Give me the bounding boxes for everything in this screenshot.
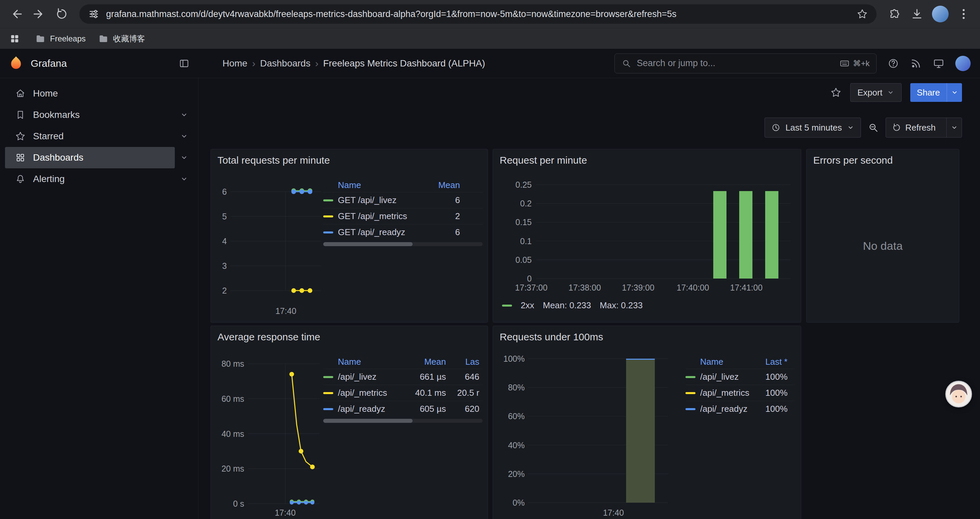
favorite-dashboard-button[interactable] (830, 87, 842, 98)
export-button[interactable]: Export (850, 83, 901, 102)
legend-row[interactable]: GET /api/_readyz 6 (323, 224, 483, 240)
legend-scrollbar[interactable] (323, 419, 483, 423)
forward-icon (32, 7, 46, 21)
legend-row[interactable]: /api/_livez 100% (686, 369, 795, 385)
chevron-down-icon (886, 88, 895, 96)
series-color-dash (323, 232, 333, 233)
url-text[interactable]: grafana.mathmast.com/d/deytv4rwavabkb/fr… (106, 9, 850, 19)
share-button[interactable]: Share (910, 83, 962, 102)
apps-grid-button[interactable] (7, 31, 23, 47)
legend-row[interactable]: /api/_livez 661 µs 646 (323, 369, 483, 385)
chart-area[interactable] (248, 364, 320, 504)
legend-header-name[interactable]: Name (338, 357, 405, 367)
legend-scrollbar[interactable] (323, 242, 483, 246)
scrollbar-thumb[interactable] (323, 242, 413, 246)
grafana-logo[interactable] (9, 56, 23, 72)
extensions-button[interactable] (884, 4, 905, 24)
bookmark-folder-freeleaps[interactable]: Freeleaps (35, 34, 86, 44)
time-range-picker[interactable]: Last 5 minutes (765, 118, 861, 137)
share-dropdown[interactable] (947, 83, 962, 102)
expand-alerting-button[interactable] (175, 170, 194, 188)
downloads-button[interactable] (907, 4, 927, 24)
legend-header-name[interactable]: Name (700, 357, 751, 367)
sidebar-item-label: Starred (33, 131, 64, 142)
chevron-down-icon (180, 175, 188, 184)
header-brand-area: Grafana (0, 49, 199, 78)
y-axis: 80 ms60 ms40 ms20 ms0 s (211, 364, 244, 504)
bookmark-label: 收藏博客 (113, 34, 145, 44)
panel-title[interactable]: Errors per second (813, 155, 892, 166)
legend-table: Name Mean Las /api/_livez 661 µs 646 /ap… (323, 355, 483, 423)
sidebar-item-label: Alerting (33, 174, 65, 184)
breadcrumb-current: Freeleaps Metrics Dashboard (ALPHA) (323, 58, 485, 69)
sidebar-item-bookmarks[interactable]: Bookmarks (5, 104, 175, 126)
panel-title[interactable]: Average response time (218, 331, 320, 343)
legend-header-last[interactable]: Las (446, 357, 479, 367)
browser-profile-avatar[interactable] (932, 6, 949, 22)
panel-average-response-time: Average response time 80 ms60 ms40 ms20 … (210, 326, 488, 519)
chevron-down-icon (951, 88, 959, 96)
breadcrumb-dashboards[interactable]: Dashboards (260, 58, 310, 69)
dashboard-actions: Export Share (830, 83, 962, 102)
apps-grid-icon (10, 34, 20, 44)
expand-bookmarks-button[interactable] (175, 105, 194, 124)
bookmark-star-icon[interactable] (857, 8, 868, 20)
chart-area[interactable] (528, 359, 668, 503)
forward-button[interactable] (29, 4, 49, 24)
legend-header-name[interactable]: Name (338, 180, 426, 190)
help-button[interactable] (887, 57, 899, 69)
sidebar-item-label: Dashboards (33, 152, 83, 163)
legend-header-last[interactable]: Last * (751, 357, 788, 367)
y-axis: 0.250.20.150.10.050 (493, 185, 532, 278)
chart-area[interactable] (230, 192, 321, 291)
bookmark-folder-blogs[interactable]: 收藏博客 (99, 34, 145, 44)
panel-title[interactable]: Requests under 100ms (500, 331, 603, 343)
dashboards-grid-icon (15, 152, 26, 163)
assistant-avatar[interactable] (945, 381, 972, 407)
x-axis-label: 17:40 (593, 508, 633, 517)
panel-title[interactable]: Request per minute (500, 155, 587, 166)
sidebar-item-home[interactable]: Home (5, 83, 194, 104)
chevron-down-icon (950, 124, 958, 132)
legend-mean: Mean: 0.233 (543, 300, 591, 311)
search-input[interactable]: Search or jump to... ⌘+k (614, 53, 877, 73)
legend-row[interactable]: GET /api/_metrics 2 (323, 208, 483, 224)
legend-row[interactable]: GET /api/_livez 6 (323, 192, 483, 208)
reload-button[interactable] (51, 4, 72, 24)
legend[interactable]: 2xx Mean: 0.233 Max: 0.233 (502, 300, 643, 311)
breadcrumb-home[interactable]: Home (223, 58, 248, 69)
news-button[interactable] (910, 57, 922, 69)
rss-icon (910, 57, 922, 69)
panel-requests-under-100ms: Requests under 100ms 100%80%60%40%20%0% … (493, 326, 801, 519)
sidebar-item-alerting[interactable]: Alerting (5, 168, 175, 190)
x-axis-label: 17:40 (264, 306, 307, 316)
panel-errors-per-second: Errors per second No data (806, 149, 959, 323)
refresh-interval-dropdown[interactable] (946, 118, 962, 137)
user-avatar[interactable] (955, 56, 970, 71)
expand-starred-button[interactable] (175, 127, 194, 145)
back-button[interactable] (6, 4, 27, 24)
expand-dashboards-button[interactable] (175, 148, 194, 167)
legend-header-mean[interactable]: Mean (426, 180, 460, 190)
legend-row[interactable]: /api/_metrics 40.1 ms 20.5 r (323, 385, 483, 401)
chart-area[interactable] (536, 185, 791, 278)
legend-row[interactable]: /api/_readyz 605 µs 620 (323, 401, 483, 417)
kiosk-mode-button[interactable] (932, 57, 945, 69)
site-settings-icon[interactable] (88, 8, 99, 20)
dashboard-content: Export Share Last 5 minutes (199, 78, 980, 519)
zoom-out-button[interactable] (868, 122, 879, 133)
legend-row[interactable]: /api/_readyz 100% (686, 401, 795, 417)
sidebar-item-starred[interactable]: Starred (5, 126, 175, 147)
chevron-down-icon (180, 153, 188, 162)
legend-header-mean[interactable]: Mean (405, 357, 446, 367)
scrollbar-thumb[interactable] (323, 419, 413, 423)
time-controls: Last 5 minutes Refresh (765, 118, 962, 137)
dock-menu-button[interactable] (178, 58, 190, 69)
refresh-button[interactable]: Refresh (886, 118, 962, 137)
legend-row[interactable]: /api/_metrics 100% (686, 385, 795, 401)
series-color-dash (323, 408, 333, 410)
sidebar-item-dashboards[interactable]: Dashboards (5, 147, 175, 168)
browser-menu-button[interactable] (953, 4, 974, 24)
panel-title[interactable]: Total requests per minute (218, 155, 330, 166)
url-bar[interactable]: grafana.mathmast.com/d/deytv4rwavabkb/fr… (80, 4, 877, 24)
